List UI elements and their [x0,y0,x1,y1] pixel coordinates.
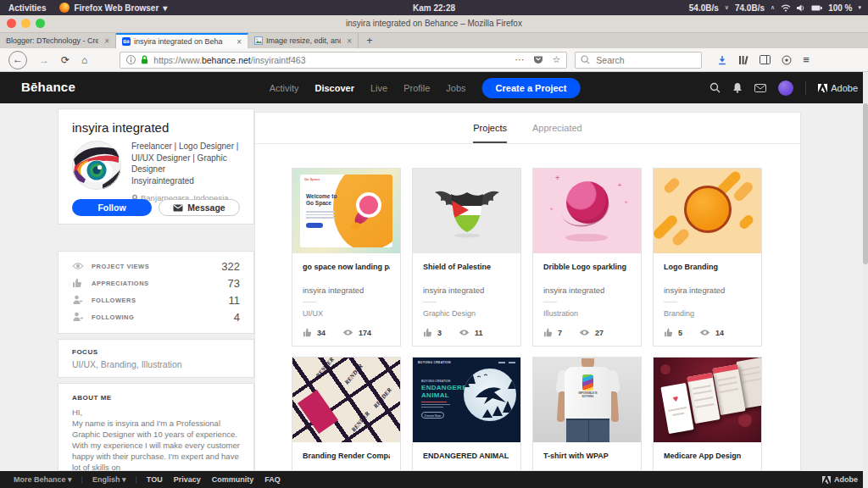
thumb-heading-line2: Go Space [306,200,331,206]
footer-link-community[interactable]: Community [212,475,254,484]
dropdown-icon: ▾ [68,475,72,484]
page-scrollbar[interactable] [863,72,868,488]
library-icon[interactable] [738,55,748,65]
thumb-donate-button: Donate Now [421,412,444,419]
browser-tab-behance[interactable]: Bē insyira integrated on Beha × [116,33,248,48]
footer-link-faq[interactable]: FAQ [264,475,281,484]
thumb-text-line [421,402,447,402]
notifications-bell-icon[interactable] [732,82,743,93]
window-title: insyira integrated on Behance – Mozilla … [0,15,868,32]
divider [423,302,437,302]
project-owner[interactable]: insyira integrated [664,286,751,295]
search-input[interactable] [594,54,691,66]
project-title[interactable]: Dribble Logo sparkling [543,263,631,271]
https-lock-icon[interactable] [141,55,148,64]
adobe-label: Adobe [834,475,858,484]
footer-link-tou[interactable]: TOU [147,475,163,484]
sidebar-toggle-icon[interactable] [760,55,771,64]
project-card-logo-branding[interactable]: Logo Branding insyira integrated Brandin… [653,168,762,347]
home-button[interactable]: ⌂ [81,54,87,66]
stat-label: APPRECIATIONS [92,280,149,287]
tab-projects[interactable]: Projects [473,113,507,143]
nav-profile[interactable]: Profile [403,83,430,93]
project-thumbnail[interactable]: BUYONG CREATION BUYONG CREATION ENDANGER… [413,358,520,442]
url-bar[interactable]: https://www.behance.net/insyiraintf463 ⋯… [120,52,567,69]
forward-button[interactable]: → [39,54,49,66]
project-owner[interactable]: insyira integrated [543,286,631,295]
menu-icon[interactable]: ≡ [803,53,810,66]
create-project-button[interactable]: Create a Project [482,78,581,98]
project-thumbnail[interactable]: ♥ [654,358,761,442]
project-card-render[interactable]: RENDER RENDER RENDER RENDER Branding Ren… [292,357,401,471]
project-card-endangered-animal[interactable]: BUYONG CREATION BUYONG CREATION ENDANGER… [412,357,521,471]
new-tab-button[interactable]: + [359,33,381,48]
tab-close-icon[interactable]: × [102,36,109,46]
divider [664,302,677,302]
adobe-link[interactable]: Adobe [818,83,858,93]
project-title[interactable]: Logo Branding [664,263,751,271]
bookmark-star-icon[interactable]: ☆ [552,54,560,65]
views-icon [699,329,710,336]
nav-jobs[interactable]: Jobs [446,83,465,93]
project-thumbnail[interactable]: + + + + [533,169,641,253]
system-tray[interactable]: 54.0B/s ∨ 74.0B/s ∧ 100 % ▾ [689,3,861,13]
pocket-icon[interactable] [533,55,543,64]
follow-button[interactable]: Follow [72,199,152,216]
more-behance-menu[interactable]: More Behance ▾ [14,475,72,484]
nav-discover[interactable]: Discover [314,83,353,93]
message-button[interactable]: Message [159,199,240,216]
scrollbar-thumb[interactable] [863,103,868,264]
project-card-go-space[interactable]: Go Space Welcome to Go Space go space no… [292,168,401,347]
likes-count: 34 [317,329,326,337]
project-card-medicare[interactable]: ♥ Medicare App Design insyira integrated [653,357,762,471]
footer-link-privacy[interactable]: Privacy [174,475,201,484]
screenshots-icon[interactable] [782,55,792,65]
reload-button[interactable]: ⟳ [61,54,70,66]
tray-dropdown-icon: ▾ [858,4,861,11]
behance-search-icon[interactable] [709,82,721,93]
project-title[interactable]: Medicare App Design [664,452,751,460]
behance-logo[interactable]: Bēhance [21,80,75,94]
project-title[interactable]: T-shirt with WPAP [543,452,631,460]
tab-close-icon[interactable]: × [344,36,352,46]
stat-following[interactable]: FOLLOWING 4 [58,308,253,325]
tab-appreciated[interactable]: Appreciated [532,113,582,143]
project-thumbnail[interactable]: RENDER RENDER RENDER RENDER [292,358,400,442]
project-title[interactable]: Shield of Palestine [423,263,510,271]
project-card-dribble[interactable]: + + + + Dribble Logo sparkling insyira i… [532,168,642,347]
project-title[interactable]: go space now landing page [303,263,390,271]
project-thumbnail[interactable] [654,169,761,253]
project-owner[interactable]: insyira integrated [303,286,390,295]
site-info-icon[interactable] [126,55,136,64]
stat-project-views[interactable]: PROJECT VIEWS 322 [58,258,253,274]
browser-tab-blogger[interactable]: Blogger: DTechnology - Crea × [0,33,116,48]
project-card-tshirt[interactable]: IMPOSSIBLE IS NOTHING T-shirt with WPAP … [532,357,642,471]
footer-adobe[interactable]: Adobe [822,475,858,484]
tab-close-icon[interactable]: × [234,37,242,47]
project-category: Illustration [543,309,631,318]
stat-label: FOLLOWING [92,313,134,321]
profile-avatar[interactable] [72,141,121,204]
views-icon [342,329,353,336]
project-card-shield[interactable]: Shield of Palestine insyira integrated G… [412,168,521,347]
page-actions-icon[interactable]: ⋯ [515,54,525,65]
project-owner[interactable]: insyira integrated [423,286,510,295]
language-menu[interactable]: English ▾ [92,475,126,484]
stat-followers[interactable]: FOLLOWERS 11 [58,291,253,308]
back-button[interactable]: ← [8,51,27,69]
browser-tab-image-resize[interactable]: Image resize, edit, and cr × [248,33,359,48]
following-person-icon [72,312,86,322]
nav-live[interactable]: Live [370,83,387,93]
project-title[interactable]: Branding Render Company [303,452,390,460]
nav-activity[interactable]: Activity [270,83,299,93]
project-thumbnail[interactable] [413,169,520,253]
url-domain: behance.net [202,55,251,65]
stat-appreciations[interactable]: APPRECIATIONS 73 [58,274,253,291]
messages-envelope-icon[interactable] [754,84,766,92]
project-thumbnail[interactable]: Go Space Welcome to Go Space [292,169,400,253]
search-bar[interactable] [575,52,702,69]
downloads-icon[interactable] [717,55,727,65]
project-thumbnail[interactable]: IMPOSSIBLE IS NOTHING [533,358,641,442]
user-avatar[interactable] [778,80,793,96]
project-title[interactable]: ENDANGERED ANIMAL [423,452,510,460]
